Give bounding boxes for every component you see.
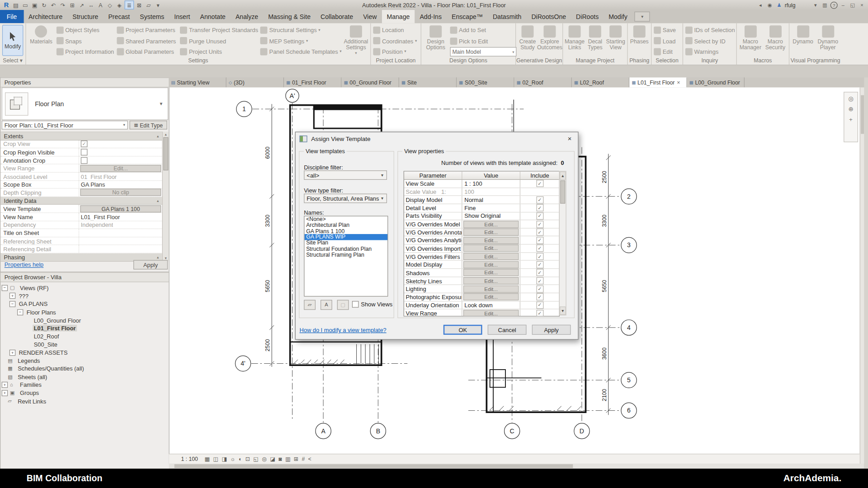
property-value[interactable]: GA Plans: [79, 181, 105, 188]
properties-header[interactable]: Properties: [0, 78, 169, 88]
dialog-title-bar[interactable]: Assign View Template ×: [296, 132, 578, 145]
expand-toggle-icon[interactable]: −: [2, 285, 8, 291]
design-options-button[interactable]: Design Options: [424, 25, 448, 50]
chevron-down-icon[interactable]: ▼: [159, 101, 164, 106]
ribbon-item[interactable]: MEP Settings▾: [260, 36, 342, 46]
view-tab[interactable]: ▦ L01_First Floor ×: [629, 77, 687, 87]
property-row[interactable]: View Template GA Plans 1 100: [0, 205, 162, 213]
ok-button[interactable]: OK: [443, 325, 482, 335]
template-name-item[interactable]: Architectural Plan: [304, 222, 387, 228]
template-name-item[interactable]: Structural Framing Plan: [304, 252, 387, 258]
rendering-dialog-icon[interactable]: ▦: [205, 456, 210, 462]
close-icon[interactable]: ×: [561, 133, 578, 144]
edit-button[interactable]: Edit...: [463, 310, 519, 316]
default-3d-view-icon[interactable]: ◇: [106, 1, 114, 9]
properties-scrollbar[interactable]: ▲ ▼: [162, 131, 169, 261]
ribbon-item[interactable]: Purge Unused: [180, 36, 258, 46]
detail-level-icon[interactable]: ◫: [213, 456, 218, 462]
hide-analytical-model-icon[interactable]: ⊞: [294, 456, 298, 462]
view-property-row[interactable]: V/G Overrides Annotati Edit... ✓: [404, 229, 559, 237]
ribbon-big-button[interactable]: Create Study: [518, 25, 537, 50]
edit-type-button[interactable]: ▦ Edit Type: [130, 121, 167, 130]
view-type-filter-dropdown[interactable]: Floor, Structural, Area Plans▼: [304, 194, 387, 203]
view-tab[interactable]: ▤ Starting View: [169, 77, 226, 87]
collapse-icon[interactable]: ▴: [157, 255, 159, 259]
tree-item[interactable]: ▤ Legends: [0, 357, 169, 365]
scroll-up-icon[interactable]: ▲: [560, 172, 566, 180]
file-icon[interactable]: ▤: [12, 1, 20, 9]
ribbon-tab[interactable]: Insert: [169, 10, 195, 23]
additional-settings-button[interactable]: Additional Settings ▾: [344, 25, 368, 55]
include-checkbox[interactable]: ✓: [536, 204, 543, 211]
property-row[interactable]: Referencing Detail: [0, 245, 162, 253]
temporary-view-properties-icon[interactable]: ▥: [285, 456, 291, 462]
include-checkbox[interactable]: ✓: [536, 310, 543, 316]
reveal-constraints-icon[interactable]: #: [302, 456, 305, 462]
view-tab[interactable]: ▦ L02_Roof: [572, 77, 629, 87]
ribbon-big-button[interactable]: Manage Links: [565, 25, 584, 50]
view-property-row[interactable]: V/G Overrides Import Edit... ✓: [404, 244, 559, 253]
view-tab[interactable]: ▦ L00_Ground Floor: [687, 77, 745, 87]
edit-button[interactable]: Edit...: [463, 285, 519, 292]
horizontal-scrollbar[interactable]: [169, 464, 864, 469]
ribbon-item[interactable]: Panel Schedule Templates▾: [260, 47, 342, 56]
sun-path-icon[interactable]: ☼: [230, 456, 235, 462]
include-checkbox[interactable]: ✓: [536, 221, 543, 228]
view-tab[interactable]: ▦ 02_Roof: [514, 77, 572, 87]
ribbon-tab[interactable]: Annotate: [195, 10, 231, 23]
include-checkbox[interactable]: ✓: [536, 253, 543, 260]
expand-toggle-icon[interactable]: +: [2, 382, 8, 388]
ribbon-tab[interactable]: Manage: [382, 10, 415, 23]
property-checkbox[interactable]: [81, 149, 88, 155]
include-checkbox[interactable]: ✓: [536, 229, 543, 236]
ribbon-display-toggle[interactable]: ▾: [635, 12, 650, 22]
property-row[interactable]: Title on Sheet: [0, 229, 162, 237]
tree-item[interactable]: − ▢ Views (RF): [0, 284, 169, 292]
discipline-filter-dropdown[interactable]: <all>▼: [304, 170, 387, 180]
property-row[interactable]: Crop Region Visible: [0, 148, 162, 156]
ribbon-item[interactable]: Warnings: [685, 47, 735, 56]
tree-item[interactable]: ▱ Revit Links: [0, 397, 169, 405]
shadows-icon[interactable]: ◐: [239, 456, 242, 462]
ribbon-tab[interactable]: Massing & Site: [263, 10, 316, 23]
edit-button[interactable]: Edit...: [463, 269, 519, 277]
duplicate-icon[interactable]: ▱: [304, 300, 316, 310]
ribbon-tab[interactable]: Add-Ins: [415, 10, 447, 23]
visual-style-icon[interactable]: ◨: [222, 456, 227, 462]
edit-button[interactable]: Edit...: [463, 221, 519, 228]
show-crop-region-icon[interactable]: ◱: [253, 456, 259, 462]
redo-icon[interactable]: ↷: [59, 1, 67, 9]
tree-item[interactable]: − GA PLANS: [0, 300, 169, 308]
ribbon-item[interactable]: Project Information: [57, 47, 114, 56]
phases-button[interactable]: Phases: [630, 25, 649, 44]
ribbon-item[interactable]: Snaps: [57, 36, 114, 46]
tree-item[interactable]: ▦ Schedules/Quantities (all): [0, 365, 169, 373]
ribbon-item[interactable]: Coordinates▾: [373, 36, 417, 46]
include-checkbox[interactable]: ✓: [536, 301, 543, 309]
property-button[interactable]: Edit...: [80, 164, 161, 172]
ribbon-item[interactable]: Structural Settings▾: [260, 25, 342, 35]
select-panel-label[interactable]: Select ▾: [0, 57, 25, 65]
view-tab[interactable]: ▦ 01_First Floor: [284, 77, 341, 87]
ribbon-item[interactable]: Add to Set: [450, 25, 514, 35]
ribbon-big-button[interactable]: Macro Security: [764, 25, 787, 50]
tree-item[interactable]: ▧ Sheets (all): [0, 373, 169, 381]
ribbon-tab[interactable]: Datasmith: [488, 10, 526, 23]
include-checkbox[interactable]: ✓: [536, 196, 543, 203]
expand-toggle-icon[interactable]: −: [9, 301, 15, 307]
user-icon[interactable]: ♟: [775, 1, 783, 9]
expand-toggle-icon[interactable]: +: [9, 293, 15, 299]
ribbon-tab[interactable]: File: [0, 10, 24, 23]
view-property-row[interactable]: Sketchy Lines Edit... ✓: [404, 277, 559, 285]
restore-icon[interactable]: ◱: [849, 1, 856, 9]
expand-toggle-icon[interactable]: −: [17, 309, 23, 315]
view-tab[interactable]: ▦ 00_Ground Floor: [342, 77, 399, 87]
tree-item[interactable]: S00_Site: [0, 340, 169, 348]
tree-item[interactable]: + RENDER ASSETS: [0, 348, 169, 357]
property-row[interactable]: Crop View ✓: [0, 141, 162, 149]
view-property-row[interactable]: Shadows Edit... ✓: [404, 269, 559, 277]
view-property-row[interactable]: Detail Level Fine ✓: [404, 204, 559, 212]
edit-button[interactable]: Edit...: [463, 237, 519, 244]
close-inactive-windows-icon[interactable]: ⊠: [135, 1, 143, 9]
property-button[interactable]: No clip: [80, 189, 161, 196]
